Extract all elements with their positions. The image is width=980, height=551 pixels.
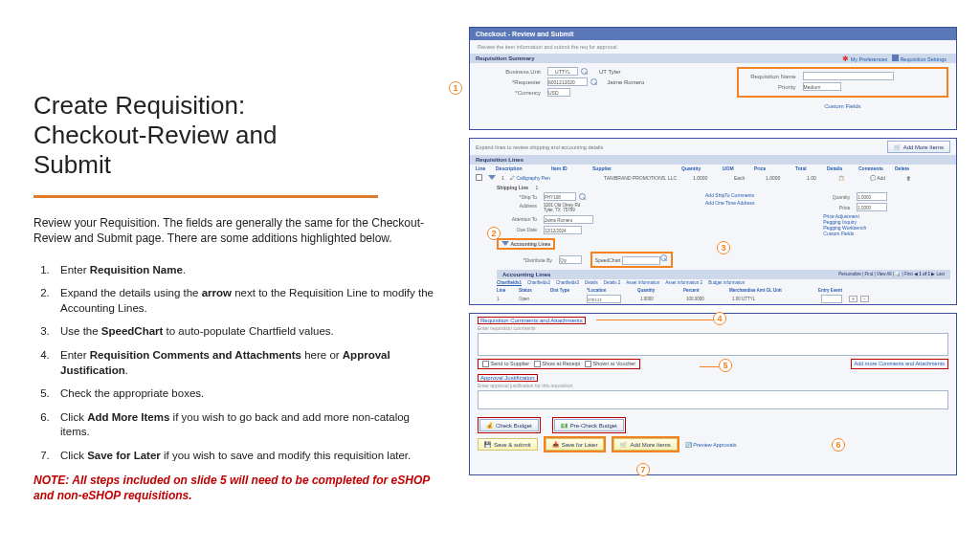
comments-textarea[interactable] <box>478 333 948 356</box>
callout-3: 3 <box>717 241 730 254</box>
req-settings-link[interactable]: Requisition Settings <box>900 56 947 62</box>
search-icon[interactable] <box>590 78 598 86</box>
callout-6: 6 <box>832 438 845 452</box>
step-7: Click Save for Later if you wish to save… <box>53 449 435 464</box>
steps-list: Enter Requisition Name. Expand the detai… <box>33 263 435 463</box>
search-icon[interactable] <box>660 254 668 262</box>
location-input[interactable]: STE123 <box>587 295 621 303</box>
show-receipt-checkbox[interactable] <box>534 361 541 367</box>
preview-approvals-link[interactable]: Preview Approvals <box>693 442 736 448</box>
add-more-comments-link[interactable]: Add more Comments and Attachments <box>851 359 948 369</box>
shown-voucher-checkbox[interactable] <box>585 361 591 367</box>
note-text: NOTE: All steps included on slide 5 will… <box>33 473 435 503</box>
precheck-budget-button[interactable]: 💵 Pre-Check Budget <box>554 419 624 431</box>
save-for-later-button[interactable]: 📥 Save for Later <box>546 438 605 451</box>
accounting-expand-icon[interactable] <box>501 241 509 246</box>
currency-input[interactable]: USD <box>547 88 570 97</box>
step-4: Enter Requisition Comments and Attachmen… <box>53 348 435 378</box>
step-6: Click Add More Items if you wish to go b… <box>53 410 435 440</box>
send-supplier-checkbox[interactable] <box>482 361 489 367</box>
requester-input[interactable]: 6001212020 <box>547 77 588 86</box>
callout-7: 7 <box>636 463 650 476</box>
panel-checkout-summary: 1 Checkout - Review and Submit Review th… <box>469 27 957 130</box>
callout-5: 5 <box>719 359 732 372</box>
req-name-input[interactable] <box>803 72 894 80</box>
duedate-input[interactable]: 12/12/2024 <box>544 226 582 234</box>
search-icon[interactable] <box>579 193 587 201</box>
qty-input[interactable]: 1.0000 <box>857 192 887 201</box>
add-more-items-button[interactable]: 🛒 Add More Items <box>887 141 950 153</box>
check-budget-button[interactable]: 💰 Check Budget <box>479 419 539 431</box>
my-preferences-link[interactable]: My Preferences <box>851 56 888 62</box>
price-input[interactable]: 1.0000 <box>857 203 887 211</box>
bu-input[interactable]: UTTYL <box>547 67 578 76</box>
expand-icon[interactable] <box>488 175 496 180</box>
step-5: Check the appropriate boxes. <box>53 386 435 402</box>
attention-input[interactable]: Jaime Romero <box>544 215 593 224</box>
callout-2: 2 <box>487 227 501 240</box>
speedchart-input[interactable] <box>622 256 660 265</box>
step-3: Use the SpeedChart to auto-populate Char… <box>53 324 435 340</box>
justification-textarea[interactable] <box>478 390 948 409</box>
approval-justification-heading: Approval Justification <box>478 374 538 382</box>
search-icon[interactable] <box>581 68 589 76</box>
panel1-header: Checkout - Review and Submit <box>470 28 956 40</box>
shipto-input[interactable]: PHY108 <box>544 192 576 201</box>
step-1: Enter Requisition Name. <box>53 263 435 278</box>
panel-comments: 4 5 6 7 Requisition Comments and Attachm… <box>469 313 957 475</box>
save-submit-button[interactable]: 💾 Save & submit <box>478 438 538 451</box>
add-more-items-button-2[interactable]: 🛒 Add More Items <box>613 438 677 451</box>
intro-text: Review your Requisition. The fields are … <box>33 215 435 246</box>
step-2: Expand the details using the arrow next … <box>53 286 435 316</box>
tab-chartfields1[interactable]: Chartfields1 <box>497 280 522 285</box>
callout-4: 4 <box>713 312 726 325</box>
custom-fields-link[interactable]: Custom Fields <box>824 103 860 109</box>
line-checkbox[interactable] <box>476 174 482 181</box>
distribute-select[interactable]: Qty <box>559 255 582 264</box>
callout-1: 1 <box>449 81 462 95</box>
page-title: Create Requisition: Checkout-Review and … <box>33 91 435 181</box>
add-onetime-address-link[interactable]: Add One Time Address <box>705 200 754 206</box>
panel-req-lines: 2 3 Expand lines to review shipping and … <box>469 138 957 305</box>
add-shipto-comments-link[interactable]: Add ShipTo Comments <box>705 192 754 198</box>
priority-select[interactable]: Medium <box>803 82 841 91</box>
req-comments-heading: Requisition Comments and Attachments <box>478 317 586 324</box>
title-divider <box>33 195 378 198</box>
